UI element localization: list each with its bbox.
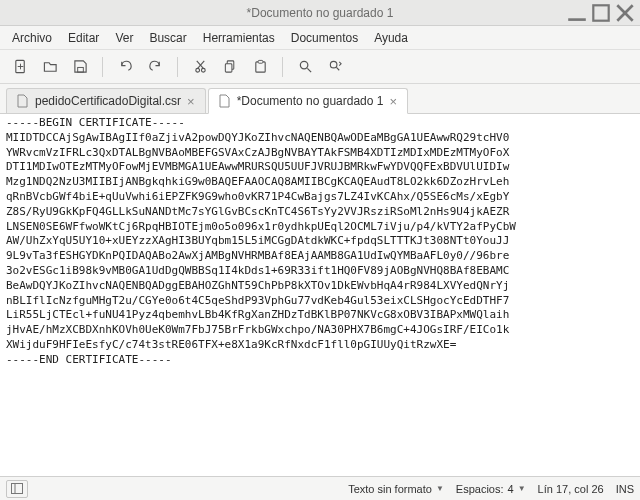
toolbar-separator (177, 57, 178, 77)
menu-ver[interactable]: Ver (107, 27, 141, 49)
undo-button[interactable] (111, 53, 139, 81)
syntax-mode-label: Texto sin formato (348, 483, 432, 495)
window-title: *Documento no guardado 1 (0, 6, 640, 20)
tabwidth-value: 4 (508, 483, 514, 495)
svg-point-8 (195, 68, 199, 72)
maximize-button[interactable] (590, 4, 612, 22)
svg-rect-15 (258, 60, 263, 63)
svg-line-19 (336, 67, 339, 70)
menu-archivo[interactable]: Archivo (4, 27, 60, 49)
svg-line-11 (196, 61, 203, 69)
tabwidth-label: Espacios: (456, 483, 504, 495)
window-titlebar: *Documento no guardado 1 (0, 0, 640, 26)
tab-pedido-csr[interactable]: pedidoCertificadoDigital.csr × (6, 88, 206, 113)
menu-herramientas[interactable]: Herramientas (195, 27, 283, 49)
svg-rect-1 (593, 5, 608, 20)
new-button[interactable] (6, 53, 34, 81)
svg-point-18 (330, 61, 337, 68)
status-bar: Texto sin formato ▼ Espacios: 4 ▼ Lín 17… (0, 476, 640, 500)
close-button[interactable] (614, 4, 636, 22)
svg-line-10 (197, 61, 204, 69)
tab-label: *Documento no guardado 1 (237, 94, 384, 108)
save-button[interactable] (66, 53, 94, 81)
minimize-button[interactable] (566, 4, 588, 22)
open-button[interactable] (36, 53, 64, 81)
copy-button[interactable] (216, 53, 244, 81)
file-icon (17, 94, 29, 108)
svg-rect-7 (77, 67, 83, 72)
svg-line-17 (307, 68, 311, 72)
editor-area[interactable]: -----BEGIN CERTIFICATE----- MIIDTDCCAjSg… (0, 114, 640, 476)
tab-close-icon[interactable]: × (187, 95, 195, 108)
svg-point-9 (201, 68, 205, 72)
cursor-position[interactable]: Lín 17, col 26 (538, 483, 604, 495)
syntax-mode-selector[interactable]: Texto sin formato ▼ (348, 483, 444, 495)
toolbar-separator (102, 57, 103, 77)
chevron-down-icon: ▼ (436, 484, 444, 493)
menu-buscar[interactable]: Buscar (141, 27, 194, 49)
tab-close-icon[interactable]: × (389, 95, 397, 108)
svg-rect-20 (12, 484, 23, 494)
cursor-position-label: Lín 17, col 26 (538, 483, 604, 495)
tabwidth-selector[interactable]: Espacios: 4 ▼ (456, 483, 526, 495)
side-panel-toggle[interactable] (6, 480, 28, 498)
insert-mode-label: INS (616, 483, 634, 495)
find-button[interactable] (291, 53, 319, 81)
toolbar (0, 50, 640, 84)
menu-ayuda[interactable]: Ayuda (366, 27, 416, 49)
window-controls (566, 4, 636, 22)
menu-documentos[interactable]: Documentos (283, 27, 366, 49)
menubar: Archivo Editar Ver Buscar Herramientas D… (0, 26, 640, 50)
editor-text[interactable]: -----BEGIN CERTIFICATE----- MIIDTDCCAjSg… (6, 116, 634, 368)
tab-label: pedidoCertificadoDigital.csr (35, 94, 181, 108)
svg-rect-13 (225, 64, 232, 72)
redo-button[interactable] (141, 53, 169, 81)
menu-editar[interactable]: Editar (60, 27, 107, 49)
toolbar-separator (282, 57, 283, 77)
tab-unsaved-doc[interactable]: *Documento no guardado 1 × (208, 88, 408, 114)
chevron-down-icon: ▼ (518, 484, 526, 493)
svg-point-16 (300, 61, 308, 69)
paste-button[interactable] (246, 53, 274, 81)
tab-bar: pedidoCertificadoDigital.csr × *Document… (0, 84, 640, 114)
file-icon (219, 94, 231, 108)
cut-button[interactable] (186, 53, 214, 81)
insert-mode[interactable]: INS (616, 483, 634, 495)
find-replace-button[interactable] (321, 53, 349, 81)
